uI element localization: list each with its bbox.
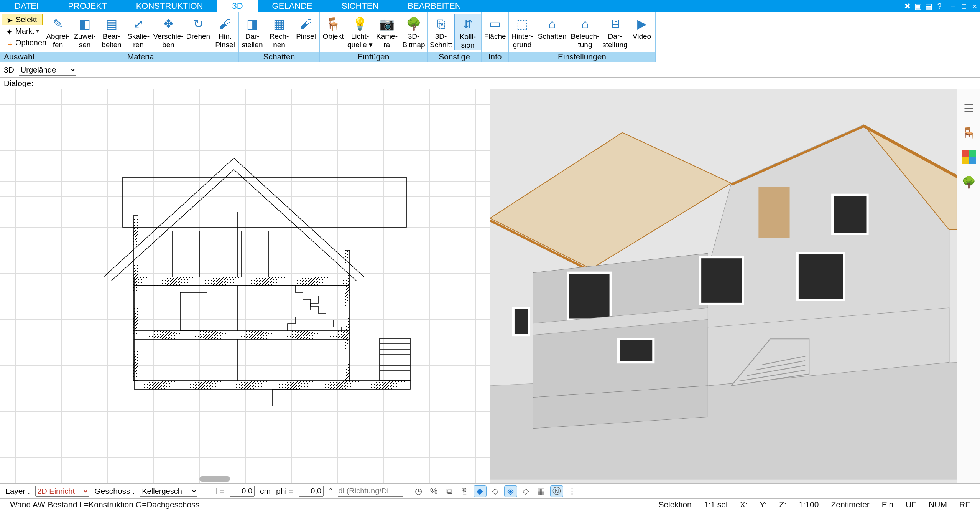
close-button[interactable]: × [969, 0, 980, 12]
svg-marker-28 [490, 132, 731, 269]
viewport-2d[interactable] [0, 89, 490, 483]
drehen-button[interactable]: ↻Drehen [185, 14, 212, 41]
horizontal-scrollbar[interactable] [199, 476, 230, 482]
north-icon[interactable]: Ⓝ [550, 485, 563, 497]
tree-icon[interactable]: 🌳 [961, 174, 977, 190]
skalieren-button[interactable]: ⤢Skalie-ren [125, 14, 152, 49]
3d-schnitt-icon: ⎘ [428, 15, 454, 32]
objekt-button[interactable]: 🪑Objekt [320, 14, 347, 41]
schatten-set-button[interactable]: ⌂Schatten [536, 14, 569, 41]
ribbon-caption-sonstige: Sonstige [428, 52, 481, 62]
mark-icon: ✦ [6, 27, 14, 35]
tool-icon-3[interactable]: ▤ [923, 0, 934, 12]
help-icon[interactable]: ? [934, 0, 945, 12]
status-bar: Wand AW-Bestand L=Konstruktion G=Dachges… [0, 498, 980, 510]
objekt-icon: 🪑 [320, 15, 347, 32]
select-button[interactable]: ➤ Selekt [2, 14, 43, 25]
copy-icon[interactable]: ⎘ [458, 485, 471, 497]
phi-input[interactable] [299, 486, 324, 497]
svg-rect-3 [242, 231, 268, 277]
darstellen-button[interactable]: ◨Dar-stellen [239, 14, 266, 49]
mark-label: Mark. [15, 27, 35, 36]
pinsel-button[interactable]: 🖌Pinsel [293, 14, 319, 41]
menu-sichten[interactable]: SICHTEN [327, 0, 393, 12]
svg-rect-40 [513, 308, 529, 335]
kollision-label2: sion [455, 41, 481, 50]
verschieben-label1: Verschie- [152, 32, 185, 41]
layers-icon[interactable]: ☰ [961, 101, 977, 116]
ribbon-group-einfügen: 🪑Objekt💡Licht-quelle ▾📷Kame-ra🌳3D-Bitmap… [320, 12, 428, 62]
darstellen-icon: ◨ [239, 15, 266, 32]
mark-button[interactable]: ✦ Mark. [2, 25, 43, 37]
menu-projekt[interactable]: PROJEKT [53, 0, 121, 12]
layer-select[interactable]: 2D Einricht [35, 486, 89, 497]
3d-schnitt-label1: 3D- [428, 32, 454, 41]
layer3-icon[interactable]: ◇ [520, 485, 533, 497]
clock-icon[interactable]: ◷ [412, 485, 425, 497]
menu-gelaende[interactable]: GELÄNDE [258, 0, 327, 12]
options-button[interactable]: ＋ Optionen [2, 37, 43, 48]
menu-konstruktion[interactable]: KONSTRUKTION [122, 0, 218, 12]
kollision-button[interactable]: ⇵Kolli-sion [454, 14, 481, 50]
hin-pinsel-button[interactable]: 🖌Hin.Pinsel [212, 14, 238, 49]
video-button[interactable]: ▶Video [628, 14, 655, 41]
flaeche-button[interactable]: ▭Fläche [482, 14, 508, 41]
palette-icon[interactable] [961, 150, 977, 165]
objekt-label1: Objekt [320, 32, 347, 41]
direction-input[interactable] [338, 486, 403, 497]
lichtquelle-icon: 💡 [347, 15, 373, 32]
ribbon-caption-einfügen: Einfügen [320, 52, 427, 62]
skalieren-label1: Skalie- [125, 32, 152, 41]
kollision-label1: Kolli- [455, 33, 481, 41]
3d-bitmap-button[interactable]: 🌳3D-Bitmap [400, 14, 427, 49]
viewport-3d[interactable] [490, 89, 957, 483]
layer2-icon[interactable]: ◈ [504, 485, 517, 497]
hintergrund-label1: Hinter- [509, 32, 536, 41]
skalieren-icon: ⤢ [125, 15, 152, 32]
kamera-button[interactable]: 📷Kame-ra [373, 14, 400, 49]
main-split: ☰ 🪑 🌳 [0, 89, 980, 483]
rechnen-button[interactable]: ▦Rech-nen [266, 14, 293, 49]
view-terrain-select[interactable]: Urgelände [19, 64, 76, 76]
geschoss-select[interactable]: Kellergesch [140, 486, 197, 497]
percent-icon[interactable]: % [428, 485, 441, 497]
abgreifen-button[interactable]: ✎Abgrei-fen [44, 14, 71, 49]
layer1-icon[interactable]: ◇ [489, 485, 502, 497]
cursor-icon: ➤ [7, 16, 14, 23]
grid-icon[interactable]: ▦ [535, 485, 548, 497]
bottom-icon-row: ◷ % ⧉ ⎘ ◆ ◇ ◈ ◇ ▦ Ⓝ ⋮ [412, 485, 579, 497]
menu-3d[interactable]: 3D [217, 0, 257, 12]
maximize-button[interactable]: □ [959, 0, 969, 12]
tool-icon-1[interactable]: ✖ [902, 0, 913, 12]
3d-schnitt-button[interactable]: ⎘3D-Schnitt [428, 14, 454, 49]
zuweisen-button[interactable]: ◧Zuwei-sen [71, 14, 98, 49]
lichtquelle-button[interactable]: 💡Licht-quelle ▾ [347, 14, 373, 49]
rechnen-label2: nen [266, 41, 293, 49]
menu-datei[interactable]: DATEI [0, 0, 53, 12]
kamera-label1: Kame- [373, 32, 400, 41]
rechnen-icon: ▦ [266, 15, 293, 32]
kamera-icon: 📷 [373, 15, 400, 32]
bearbeiten-button[interactable]: ▤Bear-beiten [98, 14, 125, 49]
darstellung-button[interactable]: 🖥Dar-stellung [602, 14, 628, 49]
beleuchtung-icon: ⌂ [569, 15, 602, 32]
blue3d-icon[interactable]: ◆ [474, 485, 487, 497]
status-rf: RF [953, 500, 976, 509]
chair-icon[interactable]: 🪑 [961, 125, 977, 140]
svg-rect-39 [618, 339, 653, 362]
svg-rect-26 [345, 250, 350, 381]
svg-rect-2 [173, 231, 199, 277]
more-icon[interactable]: ⋮ [566, 485, 579, 497]
hintergrund-button[interactable]: ⬚Hinter-grund [509, 14, 536, 49]
minimize-button[interactable]: – [948, 0, 959, 12]
video-label1: Video [628, 32, 655, 41]
ribbon-group-einstellungen: ⬚Hinter-grund⌂Schatten⌂Beleuch-tung🖥Dar-… [509, 12, 656, 62]
length-input[interactable] [230, 486, 255, 497]
group-icon[interactable]: ⧉ [443, 485, 456, 497]
tool-icon-2[interactable]: ▣ [913, 0, 923, 12]
menu-bearbeiten[interactable]: BEARBEITEN [393, 0, 475, 12]
select-label: Selekt [16, 15, 37, 24]
darstellung-label2: stellung [602, 41, 628, 49]
verschieben-button[interactable]: ✥Verschie-ben [152, 14, 185, 49]
beleuchtung-button[interactable]: ⌂Beleuch-tung [569, 14, 602, 49]
